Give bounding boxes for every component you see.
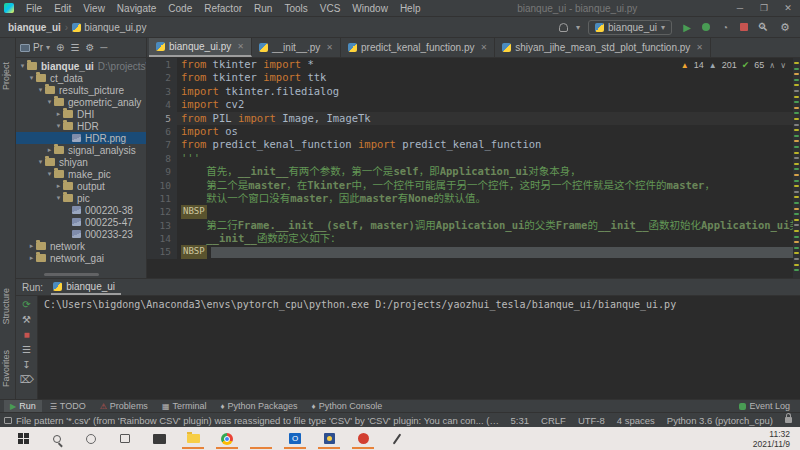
status-message[interactable]: File pattern '*.csv' (from 'Rainbow CSV'… bbox=[16, 415, 501, 426]
tree-item-network-gai[interactable]: ▸network_gai bbox=[16, 252, 146, 264]
taskbar-photos-button[interactable] bbox=[312, 427, 346, 450]
menu-vcs[interactable]: VCS bbox=[314, 3, 347, 14]
close-tab-icon[interactable]: ✕ bbox=[696, 43, 703, 52]
taskbar-outlook-button[interactable]: O bbox=[278, 427, 312, 450]
run-configuration-select[interactable]: bianque_ui ▾ bbox=[588, 20, 672, 35]
chevron-expanded-icon[interactable]: ▾ bbox=[18, 62, 27, 70]
stop-icon[interactable]: ■ bbox=[23, 330, 29, 340]
taskbar-dark-app-button[interactable] bbox=[142, 427, 176, 450]
toolwindow-todo-button[interactable]: ☰TODO bbox=[44, 400, 92, 412]
tree-item-hdr[interactable]: ▾HDR bbox=[16, 120, 146, 132]
toolwindow-run-button[interactable]: ▶Run bbox=[4, 400, 42, 412]
hide-panel-icon[interactable]: ─ bbox=[100, 42, 107, 53]
taskbar-red-app-button[interactable] bbox=[346, 427, 380, 450]
settings-gear-icon[interactable]: ⚙ bbox=[778, 21, 792, 34]
console-output[interactable]: C:\Users\bigdong\Anaconda3\envs\pytorch_… bbox=[38, 296, 800, 399]
tab-shiyan-jihe-mean-std-plot-function-py[interactable]: shiyan_jihe_mean_std_plot_function.py✕ bbox=[495, 38, 711, 57]
notification-icon[interactable] bbox=[4, 417, 12, 424]
taskbar-chrome-button[interactable] bbox=[210, 427, 244, 450]
tree-item-network[interactable]: ▸network bbox=[16, 240, 146, 252]
error-stripe-scrollbar[interactable] bbox=[793, 58, 800, 278]
chevron-expanded-icon[interactable]: ▾ bbox=[54, 122, 63, 130]
prev-problem-chevron-icon[interactable]: ∧ bbox=[769, 61, 775, 70]
search-everywhere-icon[interactable]: 🔍︎ bbox=[756, 21, 770, 33]
run-console-tab[interactable]: bianque_ui bbox=[51, 281, 121, 295]
taskbar-start-button[interactable] bbox=[6, 427, 40, 450]
toolwindow-terminal-button[interactable]: ▦Terminal bbox=[156, 400, 213, 412]
chevron-expanded-icon[interactable]: ▾ bbox=[45, 98, 54, 106]
tab-bianque-ui-py[interactable]: bianque_ui.py✕ bbox=[149, 38, 252, 57]
chevron-expanded-icon[interactable]: ▾ bbox=[45, 170, 54, 178]
close-tab-icon[interactable]: ✕ bbox=[480, 43, 487, 52]
taskbar-explorer-button[interactable] bbox=[176, 427, 210, 450]
event-log-button[interactable]: Event Log bbox=[739, 401, 800, 411]
close-button[interactable]: ✕ bbox=[776, 3, 800, 13]
tree-item-make-pic[interactable]: ▾make_pic bbox=[16, 168, 146, 180]
tree-item-pic[interactable]: ▾pic bbox=[16, 192, 146, 204]
chevron-collapsed-icon[interactable]: ▸ bbox=[54, 110, 63, 118]
python-interpreter[interactable]: Python 3.6 (pytorch_cpu) bbox=[667, 415, 773, 426]
code-line-9[interactable]: 9 首先，__init__有两个参数，第一个是self，即Application… bbox=[147, 165, 800, 178]
project-tool-window-button[interactable]: Project bbox=[1, 62, 11, 90]
tab-predict-kenal-function-py[interactable]: predict_kenal_function.py✕ bbox=[341, 38, 495, 57]
tree-item-geometric-analy[interactable]: ▾geometric_analy bbox=[16, 96, 146, 108]
tree-item-000225-47[interactable]: 000225-47 bbox=[16, 216, 146, 228]
menu-refactor[interactable]: Refactor bbox=[198, 3, 248, 14]
tree-item-bianque-ui[interactable]: ▾bianque_uiD:\projects\y bbox=[16, 60, 146, 72]
taskbar-calculator-button[interactable] bbox=[244, 427, 278, 450]
rerun-icon[interactable]: ⟳ bbox=[22, 300, 30, 310]
breadcrumb-file[interactable]: bianque_ui.py bbox=[70, 22, 148, 33]
soft-wrap-icon[interactable]: ☰ bbox=[22, 345, 31, 355]
tree-item-output[interactable]: ▸output bbox=[16, 180, 146, 192]
code-line-14[interactable]: 14 __init__函数的定义如下： bbox=[147, 232, 800, 245]
collapse-all-icon[interactable]: ☰ bbox=[70, 42, 79, 53]
structure-tool-window-button[interactable]: Structure bbox=[1, 288, 11, 325]
tree-item-signal-analysis[interactable]: ▸signal_analysis bbox=[16, 144, 146, 156]
favorites-tool-window-button[interactable]: Favorites bbox=[1, 350, 11, 387]
menu-view[interactable]: View bbox=[77, 3, 111, 14]
code-line-3[interactable]: 3import tkinter.filedialog bbox=[147, 85, 800, 98]
code-line-10[interactable]: 10 第二个是master，在Tkinter中，一个控件可能属于另一个控件，这时… bbox=[147, 179, 800, 192]
taskbar-task-view-button[interactable] bbox=[108, 427, 142, 450]
code-line-2[interactable]: 2from tkinter import ttk bbox=[147, 71, 800, 84]
toolwindow-console-button[interactable]: ♦Python Console bbox=[306, 400, 389, 412]
indent-style[interactable]: 4 spaces bbox=[617, 415, 655, 426]
taskbar-cortana-button[interactable] bbox=[74, 427, 108, 450]
close-tab-icon[interactable]: ✕ bbox=[237, 42, 244, 51]
menu-window[interactable]: Window bbox=[346, 3, 394, 14]
horizontal-scrollbar[interactable] bbox=[44, 273, 99, 276]
line-separator[interactable]: CRLF bbox=[541, 415, 566, 426]
tree-item-hdr-png[interactable]: HDR.png bbox=[16, 132, 146, 144]
tree-item-dhi[interactable]: ▸DHI bbox=[16, 108, 146, 120]
taskbar-clock[interactable]: 11:32 2021/11/9 bbox=[753, 429, 794, 449]
breadcrumb-project[interactable]: bianque_ui bbox=[6, 22, 63, 33]
code-line-13[interactable]: 13 第二行Frame.__init__(self, master)调用Appl… bbox=[147, 219, 800, 232]
code-line-5[interactable]: 5from PIL import Image, ImageTk bbox=[147, 112, 800, 125]
maximize-button[interactable]: ❐ bbox=[752, 3, 776, 13]
taskbar-pen-button[interactable] bbox=[380, 427, 414, 450]
chevron-collapsed-icon[interactable]: ▸ bbox=[27, 242, 36, 250]
menu-navigate[interactable]: Navigate bbox=[111, 3, 162, 14]
locate-file-icon[interactable]: ⊕ bbox=[56, 42, 64, 53]
clear-console-icon[interactable]: ⌦ bbox=[19, 375, 33, 385]
coverage-button[interactable]: ◔ bbox=[718, 22, 732, 33]
menu-edit[interactable]: Edit bbox=[48, 3, 77, 14]
run-button[interactable]: ▶ bbox=[680, 22, 694, 33]
wrench-icon[interactable]: ⚒ bbox=[22, 315, 31, 325]
menu-file[interactable]: File bbox=[20, 3, 48, 14]
chevron-collapsed-icon[interactable]: ▸ bbox=[27, 254, 36, 262]
scroll-to-end-icon[interactable]: ↧ bbox=[22, 360, 30, 370]
tab--init-py[interactable]: __init__.py✕ bbox=[252, 38, 341, 57]
minimize-button[interactable]: ─ bbox=[728, 3, 752, 13]
menu-help[interactable]: Help bbox=[394, 3, 427, 14]
tree-item-results-picture[interactable]: ▾results_picture bbox=[16, 84, 146, 96]
menu-code[interactable]: Code bbox=[162, 3, 198, 14]
file-encoding[interactable]: UTF-8 bbox=[578, 415, 605, 426]
tree-item-000233-23[interactable]: 000233-23 bbox=[16, 228, 146, 240]
user-icon[interactable] bbox=[559, 23, 568, 32]
close-tab-icon[interactable]: ✕ bbox=[326, 43, 333, 52]
code-editor[interactable]: 1from tkinter import *2from tkinter impo… bbox=[147, 58, 800, 278]
taskbar-search-button[interactable] bbox=[40, 427, 74, 450]
code-line-15[interactable]: 15NBSP bbox=[147, 245, 800, 258]
tree-item-ct-data[interactable]: ▾ct_data bbox=[16, 72, 146, 84]
